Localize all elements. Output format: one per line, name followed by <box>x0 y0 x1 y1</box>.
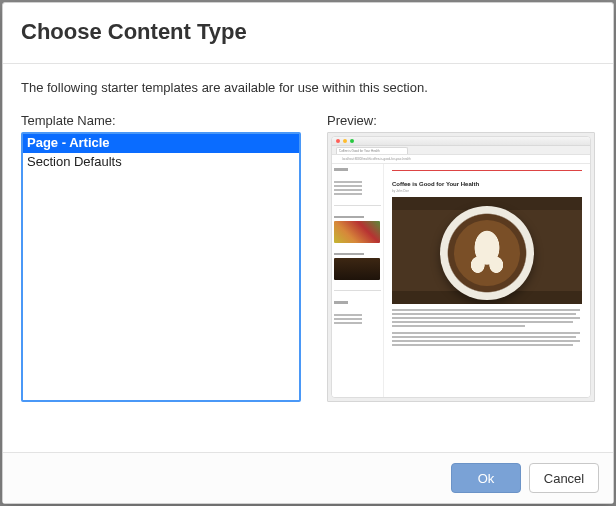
dialog-body: The following starter templates are avai… <box>3 64 613 452</box>
preview-image: Coffee is Good for Your Health localhost… <box>328 133 594 401</box>
page-content: Coffee is Good for Your Health by John D… <box>332 164 590 397</box>
template-name-column: Template Name: Page - Article Section De… <box>21 113 301 440</box>
sidebar-block-label <box>334 253 364 255</box>
sidebar-block-2 <box>334 253 381 280</box>
template-item-section-defaults[interactable]: Section Defaults <box>23 153 299 172</box>
preview-label: Preview: <box>327 113 595 128</box>
cancel-button[interactable]: Cancel <box>529 463 599 493</box>
sidebar-list <box>334 314 381 324</box>
window-maximize-icon <box>350 139 354 143</box>
browser-tabs: Coffee is Good for Your Health <box>332 146 590 155</box>
sidebar-block-1 <box>334 216 381 243</box>
browser-titlebar <box>332 137 590 146</box>
browser-tab: Coffee is Good for Your Health <box>336 147 408 154</box>
latte-art <box>454 220 520 286</box>
header-rule <box>392 168 582 171</box>
coffee-cup <box>440 206 534 300</box>
page-main: Coffee is Good for Your Health by John D… <box>384 164 590 397</box>
template-item-label: Section Defaults <box>27 154 122 169</box>
article-headline: Coffee is Good for Your Health <box>392 181 582 187</box>
sidebar-thumb-food <box>334 221 380 243</box>
sidebar-block-label <box>334 216 364 218</box>
sidebar-heading <box>334 301 348 304</box>
article-paragraph <box>392 309 582 327</box>
sidebar-separator <box>334 205 381 206</box>
choose-content-type-dialog: Choose Content Type The following starte… <box>2 2 614 504</box>
preview-column: Preview: Coffee is Good for Your Health <box>327 113 595 440</box>
template-listbox[interactable]: Page - Article Section Defaults <box>21 132 301 402</box>
template-item-label: Page - Article <box>27 135 110 150</box>
ok-button[interactable]: Ok <box>451 463 521 493</box>
template-item-page-article[interactable]: Page - Article <box>23 134 299 153</box>
preview-box: Coffee is Good for Your Health localhost… <box>327 132 595 402</box>
dialog-footer: Ok Cancel <box>3 452 613 503</box>
sidebar-nav <box>334 181 381 195</box>
window-close-icon <box>336 139 340 143</box>
sidebar-thumb-coffee <box>334 258 380 280</box>
dialog-title: Choose Content Type <box>21 19 595 45</box>
browser-urlbar: localhost:8080/health/coffee-is-good-for… <box>332 155 590 164</box>
dialog-header: Choose Content Type <box>3 3 613 64</box>
article-hero-image <box>392 197 582 304</box>
template-name-label: Template Name: <box>21 113 301 128</box>
article-paragraph <box>392 332 582 346</box>
sidebar-heading <box>334 168 348 171</box>
window-minimize-icon <box>343 139 347 143</box>
article-byline: by John Doe <box>392 189 582 193</box>
sidebar-separator <box>334 290 381 291</box>
columns: Template Name: Page - Article Section De… <box>21 113 595 440</box>
page-sidebar <box>332 164 384 397</box>
browser-frame: Coffee is Good for Your Health localhost… <box>331 136 591 398</box>
intro-text: The following starter templates are avai… <box>21 80 595 95</box>
